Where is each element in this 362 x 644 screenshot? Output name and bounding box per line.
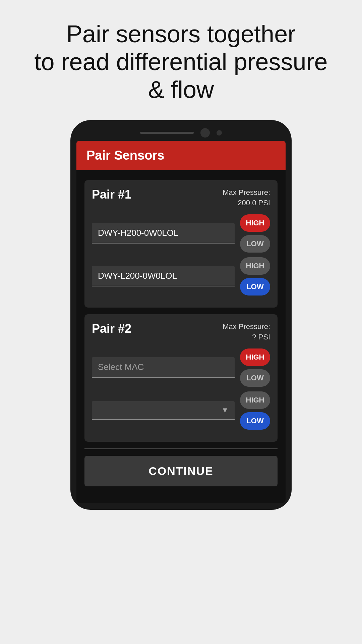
camera-icon bbox=[200, 128, 210, 138]
pair1-low-mac-input[interactable]: DWY-L200-0W0LOL bbox=[92, 266, 235, 286]
pair1-high-hl-buttons: HIGH LOW bbox=[240, 214, 270, 253]
notch-line bbox=[140, 132, 194, 134]
pair2-high-mac-placeholder: Select MAC bbox=[98, 362, 144, 372]
pair1-sensor-high-row: DWY-H200-0W0LOL HIGH LOW bbox=[92, 214, 270, 253]
pair2-header: Pair #2 Max Pressure: ? PSI bbox=[92, 322, 270, 342]
pair1-max-pressure-value: 200.0 PSI bbox=[223, 198, 270, 208]
phone-notch bbox=[76, 127, 286, 139]
pair2-sensor-high-row: Select MAC HIGH LOW bbox=[92, 348, 270, 387]
pair1-low-low-button[interactable]: LOW bbox=[240, 278, 270, 296]
sensor-icon bbox=[217, 130, 222, 136]
pair1-sensor-low-row: DWY-L200-0W0LOL HIGH LOW bbox=[92, 257, 270, 296]
pair1-high-high-button[interactable]: HIGH bbox=[240, 214, 270, 232]
pair1-high-mac-input[interactable]: DWY-H200-0W0LOL bbox=[92, 223, 235, 244]
continue-button[interactable]: CONTINUE bbox=[84, 456, 278, 486]
continue-section: CONTINUE bbox=[84, 448, 278, 493]
pair2-card: Pair #2 Max Pressure: ? PSI Select MAC H… bbox=[84, 314, 278, 442]
pair1-low-mac-text: DWY-L200-0W0LOL bbox=[98, 271, 177, 281]
pair1-high-mac-text: DWY-H200-0W0LOL bbox=[98, 228, 178, 238]
app-header: Pair Sensors bbox=[76, 141, 286, 170]
pair1-max-pressure: Max Pressure: 200.0 PSI bbox=[223, 187, 270, 208]
app-content: Pair #1 Max Pressure: 200.0 PSI DWY-H200… bbox=[76, 170, 286, 503]
pair2-max-pressure: Max Pressure: ? PSI bbox=[223, 322, 270, 342]
pair2-high-low-button[interactable]: LOW bbox=[240, 369, 270, 387]
pair1-low-high-button[interactable]: HIGH bbox=[240, 257, 270, 275]
dropdown-arrow-icon: ▼ bbox=[221, 406, 229, 415]
app-header-title: Pair Sensors bbox=[86, 148, 164, 162]
pair2-high-mac-input[interactable]: Select MAC bbox=[92, 357, 235, 378]
phone-mockup: Pair Sensors Pair #1 Max Pressure: 200.0… bbox=[70, 120, 292, 509]
divider bbox=[84, 448, 278, 449]
pair2-sensor-low-row: ▼ HIGH LOW bbox=[92, 391, 270, 430]
pair1-high-low-button[interactable]: LOW bbox=[240, 235, 270, 253]
pair2-max-pressure-value: ? PSI bbox=[223, 332, 270, 342]
pair2-low-high-button[interactable]: HIGH bbox=[240, 391, 270, 409]
title-text: Pair sensors together to read differenti… bbox=[34, 20, 327, 103]
pair1-max-pressure-label: Max Pressure: bbox=[223, 187, 270, 198]
pair2-max-pressure-label: Max Pressure: bbox=[223, 322, 270, 332]
pair2-high-high-button[interactable]: HIGH bbox=[240, 348, 270, 366]
pair1-low-hl-buttons: HIGH LOW bbox=[240, 257, 270, 296]
pair2-low-hl-buttons: HIGH LOW bbox=[240, 391, 270, 430]
page-title: Pair sensors together to read differenti… bbox=[14, 20, 348, 103]
pair2-low-low-button[interactable]: LOW bbox=[240, 412, 270, 430]
pair2-high-hl-buttons: HIGH LOW bbox=[240, 348, 270, 387]
pair2-low-mac-dropdown[interactable]: ▼ bbox=[92, 401, 235, 420]
pair1-card: Pair #1 Max Pressure: 200.0 PSI DWY-H200… bbox=[84, 180, 278, 308]
pair1-title: Pair #1 bbox=[92, 187, 131, 202]
pair1-header: Pair #1 Max Pressure: 200.0 PSI bbox=[92, 187, 270, 208]
pair2-title: Pair #2 bbox=[92, 322, 131, 336]
